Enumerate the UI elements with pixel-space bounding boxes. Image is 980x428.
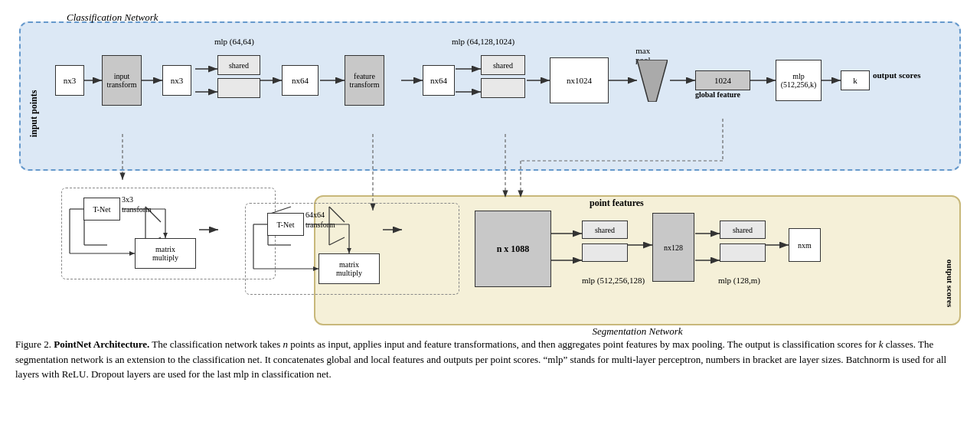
segmentation-network-label: Segmentation Network <box>592 325 682 338</box>
svg-marker-42 <box>637 60 668 102</box>
point-features-label: point features <box>590 198 644 209</box>
tnet1-area: T-Net 3x3transform matrixmultiply <box>61 188 276 279</box>
shared-mlp1-top: shared <box>217 55 260 75</box>
nx3-box-1: nx3 <box>55 65 84 96</box>
global-feature-bar: 1024 <box>695 70 750 90</box>
classification-network-label: Classification Network <box>67 11 158 24</box>
output-scores-class: output scores <box>873 69 934 81</box>
mlp1-label: mlp (64,64) <box>214 37 254 46</box>
nx3-box-2: nx3 <box>162 65 191 96</box>
input-transform-box: inputtransform <box>102 55 142 106</box>
mlp2-label: mlp (64,128,1024) <box>452 37 514 46</box>
global-feature-label: global feature <box>695 90 740 99</box>
shared-seg1-bottom <box>582 243 628 262</box>
n-x-1088-box: n x 1088 <box>475 211 551 287</box>
caption: Figure 2. PointNet Architecture. The cla… <box>15 337 965 382</box>
caption-bold: PointNet Architecture. <box>54 338 149 350</box>
caption-text2: points as input, applies input and featu… <box>288 338 879 350</box>
caption-prefix: Figure 2. <box>15 338 54 350</box>
tnet2-area: T-Net 64x64transform matrixmultiply <box>245 203 459 295</box>
nx64-box-2: nx64 <box>423 65 455 96</box>
k-output-box: k <box>841 70 870 90</box>
shared-mlp2-bottom <box>481 78 525 98</box>
mlp-seg2-label: mlp (128,m) <box>718 276 760 285</box>
mlp-final-box: mlp(512,256,k) <box>776 60 822 101</box>
nx1024-box: nx1024 <box>550 57 609 103</box>
shared-mlp2-top: shared <box>481 55 525 75</box>
max-pool-area <box>637 60 668 102</box>
shared-seg2-top: shared <box>720 221 766 239</box>
nxm-box: nxm <box>789 228 821 262</box>
mlp-seg1-label: mlp (512,256,128) <box>582 276 645 285</box>
shared-seg2-bottom <box>720 243 766 262</box>
input-points-label: input points <box>27 52 42 175</box>
nx64-box: nx64 <box>282 65 318 96</box>
caption-text1: The classification network takes <box>149 338 283 350</box>
output-scores-seg: output scores <box>942 241 959 325</box>
feature-transform-box: featuretransform <box>345 55 384 106</box>
diagram-area: Classification Network input points Segm… <box>15 8 965 329</box>
nx128-box: nx128 <box>652 213 694 282</box>
shared-mlp1-bottom <box>217 78 260 98</box>
shared-seg1-top: shared <box>582 221 628 239</box>
